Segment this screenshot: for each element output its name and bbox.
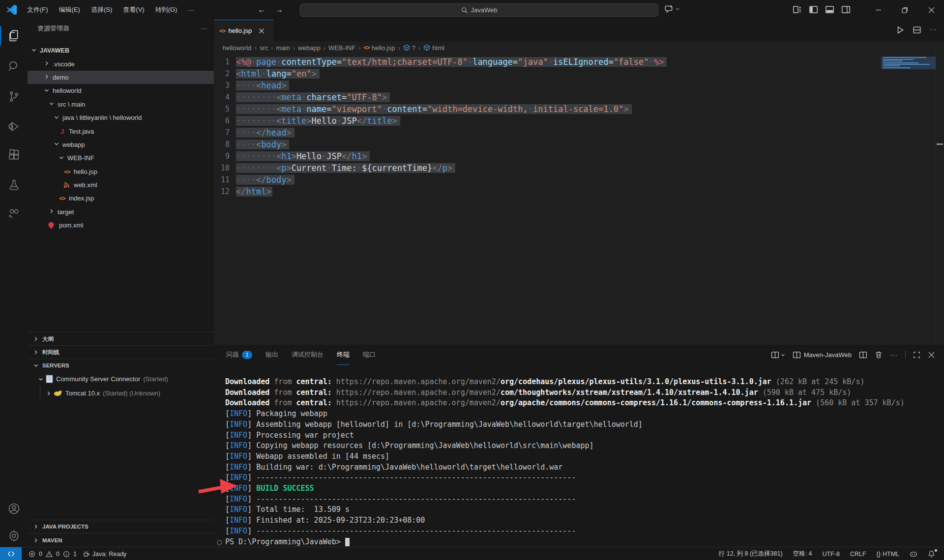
section-maven[interactable]: MAVEN xyxy=(28,533,214,547)
copilot-menu[interactable] xyxy=(665,4,680,13)
breadcrumb-item-hello.jsp[interactable]: <>hello.jsp xyxy=(363,44,395,52)
command-decoration[interactable] xyxy=(217,540,222,545)
terminal-output[interactable]: Downloaded from central: https://repo.ma… xyxy=(225,377,905,547)
run-debug-icon[interactable] xyxy=(0,114,28,138)
minimap[interactable] xyxy=(881,56,936,69)
breadcrumb-item-main[interactable]: main xyxy=(276,44,290,52)
split-terminal-icon xyxy=(771,351,779,359)
menu-item-5[interactable]: ··· xyxy=(182,6,200,14)
copilot-status[interactable] xyxy=(907,547,920,560)
chevron-down-icon xyxy=(781,353,785,357)
split-editor-icon[interactable] xyxy=(913,26,921,34)
remote-explorer-icon[interactable] xyxy=(0,201,28,224)
tree-item-hello.jsp[interactable]: <>hello.jsp xyxy=(28,165,214,178)
tree-item-test.java[interactable]: JTest.java xyxy=(28,124,214,138)
views-more-actions-icon[interactable]: ··· xyxy=(201,25,207,32)
breadcrumb-item--[interactable]: ? xyxy=(403,44,415,52)
problems-status[interactable]: 0 0 1 xyxy=(26,547,80,560)
tree-item-javaweb[interactable]: JAVAWEB xyxy=(28,44,214,57)
extensions-icon[interactable] xyxy=(0,143,28,167)
tree-item-demo[interactable]: demo xyxy=(28,71,214,84)
menu-item-4[interactable]: 转到(G) xyxy=(150,5,183,14)
gear-icon[interactable] xyxy=(0,524,28,547)
tree-item-helloworld[interactable]: helloworld xyxy=(28,84,214,97)
tree-item-java-littleyanlin-helloworld[interactable]: java \ littleyanlin \ helloworld xyxy=(28,111,214,124)
tree-item-index.jsp[interactable]: <>index.jsp xyxy=(28,192,214,205)
scrollbar-marker[interactable] xyxy=(937,143,943,145)
cursor-position[interactable]: 行 12, 列 8 (已选择381) xyxy=(716,547,786,560)
section-outline[interactable]: 大纲 xyxy=(28,332,214,345)
tree-item-web.xml[interactable]: web.xml xyxy=(28,178,214,192)
tab-close-icon[interactable] xyxy=(259,28,265,34)
xml-rss-icon xyxy=(63,182,70,189)
toggle-panel-icon[interactable] xyxy=(825,5,834,14)
encoding[interactable]: UTF-8 xyxy=(820,547,843,560)
breadcrumb-separator: › xyxy=(358,44,360,52)
editor-more-actions-icon[interactable]: ··· xyxy=(929,26,937,34)
tree-item-target[interactable]: target xyxy=(28,205,214,219)
server-item-community-server-connector[interactable]: Community Server Connector(Started) xyxy=(28,372,224,386)
server-item-tomcat-10.x[interactable]: Tomcat 10.x(Started) (Unknown) xyxy=(28,386,232,400)
panel-more-actions-icon[interactable]: ··· xyxy=(890,351,898,359)
tab-hello-jsp[interactable]: <> hello.jsp xyxy=(214,20,273,41)
tree-item-webapp[interactable]: webapp xyxy=(28,138,214,151)
tree-item-.vscode[interactable]: .vscode xyxy=(28,57,214,70)
editor-actions: ··· xyxy=(896,26,937,34)
panel-tab-问题[interactable]: 问题1 xyxy=(226,344,252,365)
explorer-icon[interactable] xyxy=(0,24,28,48)
breadcrumb-item-webapp[interactable]: webapp xyxy=(298,44,321,52)
section-java-projects[interactable]: JAVA PROJECTS xyxy=(28,520,214,533)
breadcrumb-item-src[interactable]: src xyxy=(260,44,268,52)
source-control-icon[interactable] xyxy=(0,84,28,108)
terminal-line-11: [INFO] BUILD SUCCESS xyxy=(225,483,905,494)
menu-item-1[interactable]: 编辑(E) xyxy=(54,5,86,14)
maximize-panel-icon[interactable] xyxy=(913,351,920,359)
code-editor[interactable]: <%@·page·contentType="text/html;charset=… xyxy=(236,56,667,197)
account-icon[interactable] xyxy=(0,497,28,520)
line-number: 2 xyxy=(214,68,230,80)
panel-tab-终端[interactable]: 终端 xyxy=(337,344,350,365)
command-center-search[interactable]: JavaWeb xyxy=(300,3,658,17)
section-timeline[interactable]: 时间线 xyxy=(28,345,214,359)
toggle-primary-sidebar-icon[interactable] xyxy=(809,5,818,14)
java-status[interactable]: Java: Ready xyxy=(80,547,129,560)
tree-item-web-inf[interactable]: WEB-INF xyxy=(28,151,214,165)
test-flask-icon[interactable] xyxy=(0,173,28,196)
panel-tab-调试控制台[interactable]: 调试控制台 xyxy=(292,344,324,365)
close-window-button[interactable] xyxy=(918,0,944,20)
breadcrumb-item-html[interactable]: html xyxy=(423,44,444,52)
tree-item-label: target xyxy=(58,208,74,216)
eol-sequence[interactable]: CRLF xyxy=(847,547,869,560)
breadcrumb-item-helloworld[interactable]: helloworld xyxy=(223,44,252,52)
section-servers[interactable]: SERVERS xyxy=(28,359,214,372)
terminal-instance-item[interactable]: Maven-JavaWeb xyxy=(793,351,852,359)
toggle-secondary-sidebar-icon[interactable] xyxy=(841,5,851,14)
breadcrumb-item-web-inf[interactable]: WEB-INF xyxy=(328,44,355,52)
menu-item-0[interactable]: 文件(F) xyxy=(22,5,54,14)
panel-tab-输出[interactable]: 输出 xyxy=(266,344,278,365)
nav-back-icon[interactable]: ← xyxy=(256,4,267,16)
tree-item-pom.xml[interactable]: pom.xml xyxy=(28,219,214,232)
minimize-button[interactable] xyxy=(865,0,891,20)
menu-item-3[interactable]: 查看(V) xyxy=(118,5,149,14)
terminal-launch-profile[interactable] xyxy=(771,351,785,359)
search-icon[interactable] xyxy=(0,55,28,78)
indentation[interactable]: 空格: 4 xyxy=(790,547,815,560)
nav-forward-icon[interactable]: → xyxy=(273,4,285,16)
notifications-bell[interactable] xyxy=(925,547,938,560)
tree-item-src-main[interactable]: src \ main xyxy=(28,98,214,111)
run-file-icon[interactable] xyxy=(896,26,905,34)
chevron-down-icon xyxy=(30,47,37,54)
customize-layout-icon[interactable] xyxy=(793,5,802,14)
panel-tab-端口[interactable]: 端口 xyxy=(363,344,376,365)
close-panel-icon[interactable] xyxy=(928,351,935,359)
kill-terminal-trash-icon[interactable] xyxy=(875,351,883,359)
menu-item-2[interactable]: 选择(S) xyxy=(86,5,118,14)
terminal-line-4: [INFO] Packaging webapp xyxy=(225,409,905,420)
chevron-down-icon xyxy=(43,87,50,94)
language-mode[interactable]: {}HTML xyxy=(874,547,902,560)
split-terminal-icon[interactable] xyxy=(859,351,867,359)
remote-indicator[interactable] xyxy=(0,547,22,560)
restore-button[interactable] xyxy=(891,0,918,20)
breadcrumb-separator: › xyxy=(324,44,325,52)
